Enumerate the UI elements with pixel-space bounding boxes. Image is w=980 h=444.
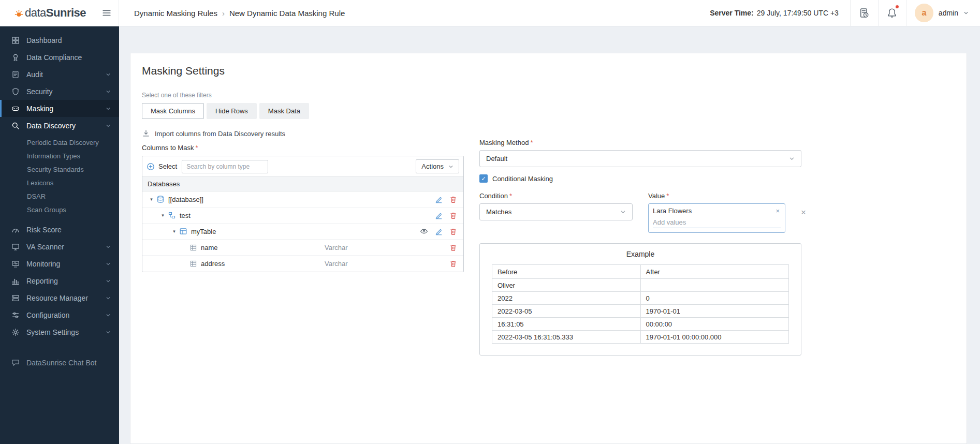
- tree-row-database[interactable]: ▾ [[database]]: [142, 191, 463, 208]
- columns-to-mask-label: Columns to Mask*: [142, 144, 464, 152]
- sidebar-item-masking[interactable]: Masking: [0, 100, 119, 117]
- condition-select[interactable]: Matches: [479, 203, 633, 220]
- select-columns-button[interactable]: Select: [147, 162, 177, 171]
- clear-condition-icon[interactable]: ×: [801, 208, 806, 233]
- value-tag-input[interactable]: Lara Flowers ×: [648, 203, 785, 233]
- sidebar-item-audit[interactable]: Audit: [0, 66, 119, 83]
- caret-expanded-icon[interactable]: ▾: [170, 229, 178, 234]
- server-time-value: 29 July, 17:49:50 UTC +3: [757, 9, 839, 17]
- trash-icon[interactable]: [449, 196, 457, 203]
- example-header-row: Before After: [492, 265, 789, 279]
- sidebar-item-lexicons[interactable]: Lexicons: [0, 176, 119, 190]
- caret-expanded-icon[interactable]: ▾: [148, 197, 155, 202]
- column-icon: [189, 244, 197, 251]
- trash-icon[interactable]: [449, 260, 457, 268]
- edit-icon[interactable]: [435, 228, 443, 235]
- condition-label: Condition*: [479, 192, 633, 200]
- tree-row-column-name[interactable]: name Varchar: [142, 240, 463, 256]
- sidebar-item-label: VA Scanner: [26, 243, 64, 251]
- data-compliance-icon: [11, 53, 20, 62]
- sidebar-item-periodic-data-discovery[interactable]: Periodic Data Discovery: [0, 136, 119, 150]
- tree-row-schema[interactable]: ▾ test: [142, 208, 463, 224]
- chevron-down-icon: [620, 209, 626, 215]
- chevron-down-icon: [106, 106, 111, 111]
- sidebar-item-security[interactable]: Security: [0, 83, 119, 100]
- tree-row-table[interactable]: ▾ myTable: [142, 224, 463, 240]
- import-columns-link[interactable]: Import columns from Data Discovery resul…: [142, 129, 464, 138]
- notification-badge: [895, 5, 899, 9]
- example-table: Before After Oliver 20220 2022-03-051970…: [492, 264, 789, 344]
- sidebar-item-monitoring[interactable]: Monitoring: [0, 255, 119, 272]
- datasunrise-logo[interactable]: dataSunrise: [14, 6, 86, 20]
- breadcrumb: Dynamic Masking Rules › New Dynamic Data…: [134, 9, 345, 18]
- main-content: Masking Settings Select one of these fil…: [119, 26, 980, 444]
- va-scanner-icon: [11, 243, 20, 251]
- sidebar-item-label: Reporting: [26, 277, 58, 285]
- schema-icon: [168, 211, 176, 219]
- example-cell: 2022-03-05 16:31:05.333: [492, 331, 641, 344]
- add-values-input[interactable]: [653, 218, 781, 228]
- sidebar-item-risk-score[interactable]: Risk Score: [0, 221, 119, 238]
- chevron-down-icon: [106, 72, 111, 77]
- sidebar-item-dsar[interactable]: DSAR: [0, 190, 119, 203]
- caret-expanded-icon[interactable]: ▾: [159, 213, 167, 218]
- example-title: Example: [492, 250, 789, 258]
- column-search-input[interactable]: [182, 160, 268, 173]
- masking-method-select[interactable]: Default: [479, 150, 801, 167]
- scheduled-tasks-button[interactable]: [850, 0, 878, 26]
- sidebar-item-reporting[interactable]: Reporting: [0, 272, 119, 289]
- sidebar-item-configuration[interactable]: Configuration: [0, 306, 119, 323]
- remove-tag-icon[interactable]: ×: [774, 207, 781, 215]
- chevron-down-icon: [106, 278, 111, 284]
- datasunrise-chat-bot-button[interactable]: DataSunrise Chat Bot: [0, 354, 119, 371]
- edit-icon[interactable]: [435, 212, 443, 219]
- sidebar-item-resource-manager[interactable]: Resource Manager: [0, 289, 119, 306]
- user-name: admin: [939, 9, 958, 17]
- select-label: Select: [158, 162, 177, 170]
- sidebar-item-system-settings[interactable]: System Settings: [0, 323, 119, 341]
- trash-icon[interactable]: [449, 244, 457, 251]
- eye-icon[interactable]: [420, 227, 428, 235]
- conditional-masking-checkbox[interactable]: ✓ Conditional Masking: [479, 174, 801, 183]
- trash-icon[interactable]: [449, 228, 457, 235]
- hide-rows-button[interactable]: Hide Rows: [207, 103, 257, 119]
- notifications-button[interactable]: [878, 0, 906, 26]
- example-cell: 1970-01-01: [640, 305, 789, 318]
- plus-circle-icon: [147, 162, 155, 171]
- sidebar-item-label: Dashboard: [26, 36, 62, 45]
- reporting-icon: [11, 277, 20, 285]
- trash-icon[interactable]: [449, 212, 457, 219]
- edit-icon[interactable]: [435, 196, 443, 203]
- example-row: 16:31:0500:00:00: [492, 318, 789, 331]
- masking-method-value: Default: [486, 155, 507, 162]
- actions-dropdown-button[interactable]: Actions: [416, 159, 459, 173]
- masking-method-label: Masking Method*: [479, 139, 801, 146]
- data-discovery-icon: [11, 122, 20, 130]
- right-column: Masking Method* Default ✓ Conditional Ma…: [479, 139, 801, 356]
- chat-bot-label: DataSunrise Chat Bot: [26, 359, 96, 367]
- tree-row-column-address[interactable]: address Varchar: [142, 256, 463, 272]
- example-row: 2022-03-051970-01-01: [492, 305, 789, 318]
- sidebar-item-information-types[interactable]: Information Types: [0, 150, 119, 163]
- sidebar-item-data-discovery[interactable]: Data Discovery: [0, 117, 119, 134]
- monitoring-icon: [11, 260, 20, 268]
- sidebar-item-label: Data Compliance: [26, 53, 82, 62]
- required-mark: *: [530, 139, 533, 146]
- breadcrumb-parent-link[interactable]: Dynamic Masking Rules: [134, 9, 217, 18]
- sidebar-item-label: Resource Manager: [26, 294, 88, 302]
- sidebar-item-dashboard[interactable]: Dashboard: [0, 32, 119, 49]
- value-tag: Lara Flowers ×: [653, 207, 781, 215]
- example-cell: 2022: [492, 292, 641, 305]
- sidebar-item-security-standards[interactable]: Security Standards: [0, 163, 119, 176]
- sidebar-item-va-scanner[interactable]: VA Scanner: [0, 238, 119, 255]
- sidebar-item-data-compliance[interactable]: Data Compliance: [0, 49, 119, 66]
- sidebar-toggle-icon[interactable]: [102, 8, 111, 18]
- system-settings-icon: [11, 328, 20, 336]
- mask-data-button[interactable]: Mask Data: [259, 103, 309, 119]
- sidebar-item-scan-groups[interactable]: Scan Groups: [0, 203, 119, 217]
- mask-columns-button[interactable]: Mask Columns: [142, 103, 204, 119]
- security-icon: [11, 87, 20, 96]
- checkbox-checked-icon[interactable]: ✓: [479, 174, 488, 183]
- column-type: Varchar: [325, 244, 348, 251]
- user-menu[interactable]: a admin: [906, 0, 980, 26]
